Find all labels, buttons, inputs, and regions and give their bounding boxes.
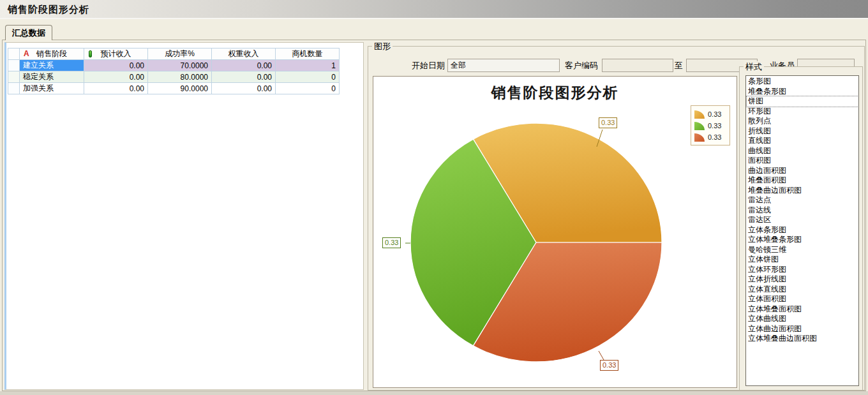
table-row[interactable]: 稳定关系0.0080.00000.000 [8, 71, 340, 83]
style-list-item[interactable]: 立体曲边面积图 [747, 324, 858, 334]
row-indicator-cell[interactable] [8, 71, 20, 83]
legend-swatch-icon [694, 110, 705, 119]
numeric-field-icon [89, 50, 92, 57]
column-header-expected-income[interactable]: 预计收入 [84, 48, 148, 60]
window-titlebar: 销售阶段图形分析 [0, 0, 868, 19]
pie-slice-label: 0.33 [382, 237, 401, 248]
column-header-success-rate[interactable]: 成功率% [148, 48, 212, 60]
column-label: 预计收入 [101, 49, 131, 58]
column-label: 成功率% [165, 49, 195, 58]
row-indicator-cell[interactable] [8, 83, 20, 94]
table-cell[interactable]: 建立关系 [20, 60, 84, 71]
style-list-item[interactable]: 堆叠曲边面积图 [747, 186, 858, 196]
style-list-item[interactable]: 散列点 [747, 116, 858, 126]
style-list-item[interactable]: 直线图 [747, 136, 858, 146]
table-cell[interactable]: 0.00 [84, 60, 148, 71]
red-a-icon: A [24, 49, 29, 58]
legend-swatch-icon [694, 133, 705, 142]
table-cell[interactable]: 0.00 [212, 60, 276, 71]
column-label: 商机数量 [292, 49, 323, 58]
style-groupbox-label: 样式 [744, 61, 764, 73]
summary-grid-panel: A 销售阶段 预计收入 成功率% 权重收入 商机数量 [4, 42, 364, 390]
table-row[interactable]: 建立关系0.0070.00000.001 [8, 60, 340, 71]
style-list-item[interactable]: 曲边面积图 [747, 166, 858, 176]
pie-label-connector [599, 351, 604, 360]
pie-chart [373, 77, 738, 389]
style-list-item[interactable]: 饼图 [747, 96, 858, 107]
style-list-item[interactable]: 立体堆叠面积图 [747, 304, 858, 315]
legend-value: 0.33 [708, 110, 721, 118]
to-label: 至 [673, 59, 684, 72]
style-list-item[interactable]: 曼哈顿三维 [747, 245, 858, 255]
table-header-row: A 销售阶段 预计收入 成功率% 权重收入 商机数量 [8, 48, 340, 60]
table-cell[interactable]: 0.00 [212, 71, 276, 83]
style-list-item[interactable]: 环形图 [747, 107, 858, 117]
window-title: 销售阶段图形分析 [0, 4, 89, 15]
start-date-label: 开始日期 [404, 59, 445, 72]
style-list-item[interactable]: 立体折线图 [747, 274, 858, 285]
legend-value: 0.33 [708, 122, 721, 130]
legend-value: 0.33 [708, 133, 721, 141]
column-header-sales-stage[interactable]: A 销售阶段 [20, 48, 84, 60]
column-header-opportunity-count[interactable]: 商机数量 [276, 48, 340, 60]
status-strip [0, 391, 868, 395]
style-list-item[interactable]: 立体曲线图 [747, 314, 858, 324]
style-list-item[interactable]: 立体饼图 [747, 255, 858, 265]
style-list-item[interactable]: 立体直线图 [747, 285, 858, 295]
start-date-input[interactable] [447, 59, 560, 72]
chart-legend: 0.330.330.33 [691, 105, 730, 145]
pie-slice-label: 0.33 [599, 117, 617, 128]
table-cell[interactable]: 0.00 [212, 83, 276, 94]
summary-table: A 销售阶段 预计收入 成功率% 权重收入 商机数量 [8, 48, 340, 94]
chart-style-listbox[interactable]: 条形图堆叠条形图饼图环形图散列点折线图直线图曲线图面积图曲边面积图堆叠面积图堆叠… [745, 75, 859, 386]
row-indicator-header [8, 48, 20, 60]
legend-entry: 0.33 [694, 108, 728, 120]
style-list-item[interactable]: 立体堆叠曲边面积图 [747, 334, 858, 344]
tab-label: 汇总数据 [12, 28, 45, 38]
style-list-item[interactable]: 立体面积图 [747, 294, 858, 304]
style-list-item[interactable]: 雷达线 [747, 205, 858, 216]
style-groupbox: 样式 条形图堆叠条形图饼图环形图散列点折线图直线图曲线图面积图曲边面积图堆叠面积… [739, 66, 863, 391]
table-cell[interactable]: 加强关系 [20, 83, 84, 94]
pie-slice-label: 0.33 [600, 360, 618, 371]
column-label: 销售阶段 [36, 49, 67, 58]
table-cell[interactable]: 0.00 [84, 83, 148, 94]
style-list-item[interactable]: 立体堆叠条形图 [747, 235, 858, 245]
table-cell[interactable]: 0 [276, 83, 340, 94]
table-cell[interactable]: 稳定关系 [20, 71, 84, 83]
column-header-weighted-income[interactable]: 权重收入 [212, 48, 276, 60]
table-cell[interactable]: 70.0000 [148, 60, 212, 71]
style-list-item[interactable]: 曲线图 [747, 146, 858, 156]
legend-entry: 0.33 [694, 131, 728, 143]
style-list-item[interactable]: 雷达点 [747, 195, 858, 205]
style-list-item[interactable]: 立体环形图 [747, 265, 858, 275]
pie-chart-container: 销售阶段图形分析 0.330.330.33 0.330.330.33 [373, 76, 737, 388]
application-window: 销售阶段图形分析 汇总数据 A 销售阶段 预计收入 [0, 0, 868, 395]
tab-summary-data[interactable]: 汇总数据 [5, 25, 52, 40]
table-cell[interactable]: 0 [276, 71, 340, 83]
graph-groupbox-label: 图形 [372, 41, 393, 52]
style-list-item[interactable]: 雷达区 [747, 215, 858, 225]
table-cell[interactable]: 1 [276, 60, 340, 71]
style-list-item[interactable]: 条形图 [747, 77, 858, 87]
style-list-item[interactable]: 堆叠条形图 [747, 87, 858, 97]
table-cell[interactable]: 90.0000 [148, 83, 212, 94]
style-list-item[interactable]: 折线图 [747, 126, 858, 137]
legend-entry: 0.33 [694, 120, 728, 131]
table-row[interactable]: 加强关系0.0090.00000.000 [8, 83, 340, 94]
column-label: 权重收入 [228, 49, 259, 58]
row-indicator-cell[interactable] [8, 60, 20, 71]
style-list-item[interactable]: 堆叠面积图 [747, 175, 858, 186]
style-list-item[interactable]: 立体条形图 [747, 225, 858, 235]
legend-swatch-icon [694, 122, 705, 130]
table-cell[interactable]: 0.00 [84, 71, 148, 83]
table-cell[interactable]: 80.0000 [148, 71, 212, 83]
style-list-item[interactable]: 面积图 [747, 156, 858, 166]
customer-code-label: 客户编码 [560, 59, 598, 72]
customer-code-input[interactable] [602, 59, 673, 72]
